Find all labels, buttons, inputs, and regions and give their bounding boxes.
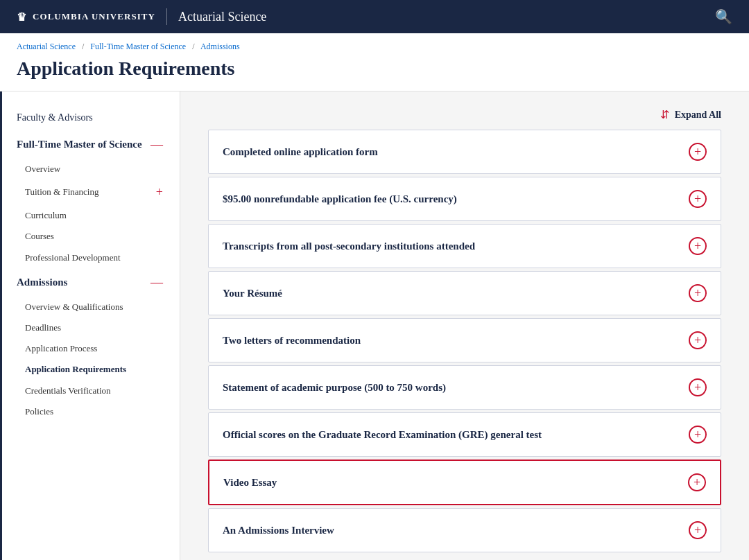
- accordion-item-9[interactable]: An Admissions Interview +: [208, 508, 721, 552]
- sidebar-item-app-req[interactable]: Application Requirements: [0, 359, 180, 380]
- accordion-plus-6[interactable]: +: [689, 378, 707, 396]
- expand-all-bar: ⇵ Expand All: [208, 108, 721, 121]
- crown-icon: ♛: [17, 10, 27, 24]
- sidebar-label-admissions: Admissions: [17, 275, 67, 290]
- university-name: Columbia University: [33, 11, 155, 22]
- breadcrumb-link-1[interactable]: Actuarial Science: [17, 42, 76, 51]
- accordion-plus-7[interactable]: +: [689, 426, 707, 444]
- accordion-label-3: Transcripts from all post-secondary inst…: [223, 240, 475, 252]
- accordion-plus-2[interactable]: +: [689, 190, 707, 208]
- sidebar-label-policies: Policies: [25, 406, 53, 417]
- university-logo[interactable]: ♛ Columbia University: [17, 10, 155, 24]
- site-header: ♛ Columbia University Actuarial Science …: [0, 0, 749, 33]
- sidebar-label-app-req: Application Requirements: [25, 364, 126, 374]
- accordion-item-8[interactable]: Video Essay +: [208, 460, 721, 505]
- expand-all-button[interactable]: Expand All: [675, 110, 721, 121]
- accordion-label-9: An Admissions Interview: [223, 525, 334, 536]
- sidebar-item-admissions[interactable]: Admissions —: [0, 268, 180, 297]
- breadcrumb-bar: Actuarial Science / Full-Time Master of …: [0, 33, 749, 91]
- accordion-plus-1[interactable]: +: [689, 143, 707, 161]
- breadcrumb: Actuarial Science / Full-Time Master of …: [17, 42, 732, 52]
- sidebar-item-overview-qual[interactable]: Overview & Qualifications: [0, 297, 180, 317]
- breadcrumb-link-2[interactable]: Full-Time Master of Science: [90, 42, 186, 51]
- accordion-plus-4[interactable]: +: [689, 284, 707, 302]
- sidebar: Faculty & Advisors Full-Time Master of S…: [0, 91, 180, 560]
- sidebar-item-credentials[interactable]: Credentials Verification: [0, 380, 180, 401]
- accordion-label-5: Two letters of recommendation: [223, 335, 361, 347]
- sidebar-label-overview-qual: Overview & Qualifications: [25, 301, 123, 312]
- page-title: Application Requirements: [17, 58, 732, 91]
- sort-icon: ⇵: [660, 108, 669, 121]
- accordion-label-2: $95.00 nonrefundable application fee (U.…: [223, 193, 457, 205]
- sidebar-label-full-time: Full-Time Master of Science: [17, 137, 142, 152]
- sidebar-label-professional: Professional Development: [25, 252, 121, 263]
- breadcrumb-sep-1: /: [82, 42, 84, 51]
- program-subtitle: Actuarial Science: [178, 10, 266, 24]
- sidebar-label-curriculum: Curriculum: [25, 210, 67, 220]
- accordion-item-5[interactable]: Two letters of recommendation +: [208, 318, 721, 362]
- accordion-label-4: Your Résumé: [223, 288, 282, 299]
- main-layout: Faculty & Advisors Full-Time Master of S…: [0, 91, 749, 560]
- accordion-item-1[interactable]: Completed online application form +: [208, 130, 721, 174]
- plus-icon-tuition: +: [156, 184, 163, 201]
- sidebar-item-tuition[interactable]: Tuition & Financing +: [0, 180, 180, 205]
- sidebar-item-overview[interactable]: Overview: [0, 159, 180, 180]
- sidebar-item-courses[interactable]: Courses: [0, 226, 180, 247]
- sidebar-label-courses: Courses: [25, 231, 54, 241]
- minus-icon-admissions: —: [150, 274, 163, 291]
- sidebar-item-professional[interactable]: Professional Development: [0, 247, 180, 268]
- accordion-item-2[interactable]: $95.00 nonrefundable application fee (U.…: [208, 177, 721, 221]
- accordion-label-8: Video Essay: [223, 477, 277, 489]
- sidebar-label-faculty: Faculty & Advisors: [17, 111, 93, 125]
- accordion-item-3[interactable]: Transcripts from all post-secondary inst…: [208, 224, 721, 268]
- breadcrumb-sep-2: /: [192, 42, 194, 51]
- search-icon[interactable]: 🔍: [715, 8, 732, 25]
- sidebar-label-credentials: Credentials Verification: [25, 385, 111, 396]
- header-divider: [166, 8, 167, 25]
- sidebar-item-faculty[interactable]: Faculty & Advisors: [0, 105, 180, 130]
- accordion-plus-5[interactable]: +: [689, 331, 707, 349]
- breadcrumb-link-3[interactable]: Admissions: [200, 42, 240, 51]
- accordion-item-7[interactable]: Official scores on the Graduate Record E…: [208, 412, 721, 457]
- minus-icon-full-time: —: [150, 136, 163, 153]
- sidebar-label-tuition: Tuition & Financing: [25, 186, 98, 198]
- accordion-plus-9[interactable]: +: [689, 521, 707, 539]
- accordion-label-1: Completed online application form: [223, 146, 378, 158]
- sidebar-item-full-time[interactable]: Full-Time Master of Science —: [0, 130, 180, 159]
- sidebar-item-app-process[interactable]: Application Process: [0, 338, 180, 359]
- accordion-label-7: Official scores on the Graduate Record E…: [223, 429, 542, 441]
- header-left: ♛ Columbia University Actuarial Science: [17, 8, 266, 25]
- accordion-plus-8[interactable]: +: [688, 473, 706, 491]
- sidebar-label-app-process: Application Process: [25, 343, 97, 353]
- main-content: ⇵ Expand All Completed online applicatio…: [180, 91, 749, 560]
- accordion-item-6[interactable]: Statement of academic purpose (500 to 75…: [208, 365, 721, 410]
- sidebar-label-deadlines: Deadlines: [25, 322, 61, 333]
- sidebar-item-curriculum[interactable]: Curriculum: [0, 205, 180, 226]
- sidebar-item-deadlines[interactable]: Deadlines: [0, 317, 180, 338]
- sidebar-item-policies[interactable]: Policies: [0, 401, 180, 422]
- accordion-label-6: Statement of academic purpose (500 to 75…: [223, 382, 446, 394]
- accordion-plus-3[interactable]: +: [689, 237, 707, 255]
- sidebar-label-overview: Overview: [25, 164, 60, 174]
- accordion-item-4[interactable]: Your Résumé +: [208, 271, 721, 315]
